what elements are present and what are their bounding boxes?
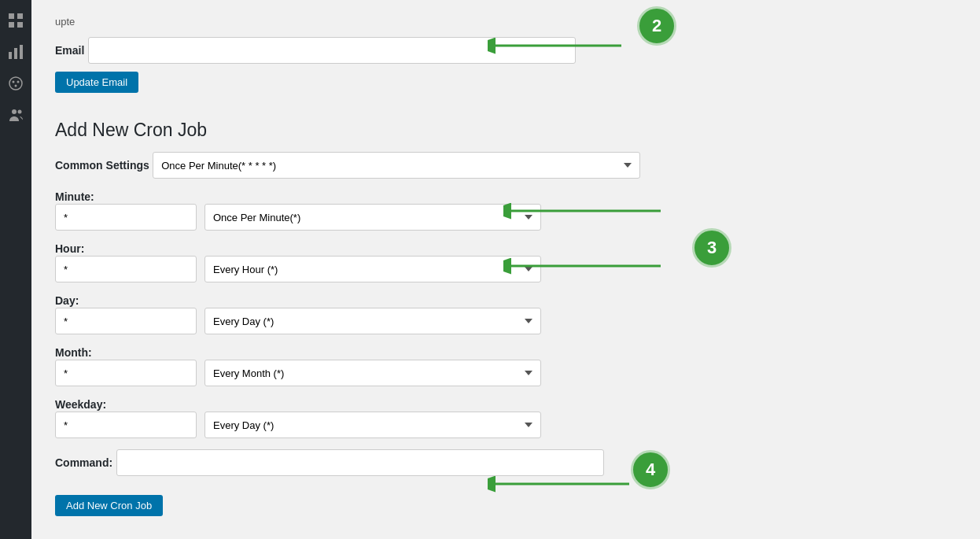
common-settings-group: Common Settings Once Per Minute(* * * * … [55,152,956,179]
day-label: Day: [55,294,79,307]
main-content: upte Email Update Email Add New Cron Job… [31,0,980,539]
month-group: Month: Every Month (*) January February … [55,345,956,386]
svg-rect-2 [9,22,14,28]
cron-title: Add New Cron Job [55,120,956,141]
email-label: Email [55,44,84,57]
sidebar-icon-users[interactable] [2,101,30,129]
minute-row: Once Per Minute(*) Every 2 Minutes(*/2) … [55,204,956,231]
sidebar-icon-palette[interactable] [2,69,30,98]
hour-input[interactable] [55,256,197,282]
svg-rect-5 [14,48,17,59]
breadcrumb: upte [55,16,956,28]
weekday-group: Weekday: Every Day (*) Sunday Monday Tue… [55,397,956,438]
weekday-input[interactable] [55,412,197,438]
hour-group: Hour: Every Hour (*) Every 2 Hours(*/2) … [55,242,956,282]
minute-input[interactable] [55,204,197,231]
weekday-select[interactable]: Every Day (*) Sunday Monday Tuesday [204,412,541,438]
svg-rect-1 [17,13,23,19]
month-input[interactable] [55,360,197,386]
hour-select[interactable]: Every Hour (*) Every 2 Hours(*/2) Every … [204,256,541,282]
command-group: Command: [55,449,956,476]
add-cron-job-button[interactable]: Add New Cron Job [55,495,163,516]
svg-point-12 [18,110,22,114]
email-input[interactable] [88,37,576,64]
update-email-button[interactable]: Update Email [55,72,138,93]
month-row: Every Month (*) January February March [55,360,956,386]
svg-point-7 [9,77,22,90]
day-group: Day: Every Day (*) 1st 2nd 15th [55,293,956,334]
svg-rect-4 [9,52,12,59]
minute-label: Minute: [55,190,94,203]
command-label: Command: [55,456,112,469]
svg-rect-6 [20,45,23,59]
weekday-row: Every Day (*) Sunday Monday Tuesday [55,412,956,438]
svg-rect-3 [17,22,23,28]
day-select[interactable]: Every Day (*) 1st 2nd 15th [204,308,541,334]
month-label: Month: [55,346,92,359]
email-section: Email Update Email [55,37,956,109]
minute-group: Minute: Once Per Minute(*) Every 2 Minut… [55,190,956,231]
day-input[interactable] [55,308,197,334]
command-input[interactable] [116,449,604,476]
common-settings-label: Common Settings [55,159,149,172]
hour-label: Hour: [55,242,84,255]
weekday-label: Weekday: [55,398,106,411]
svg-point-10 [15,85,17,87]
svg-rect-0 [9,13,14,19]
svg-point-8 [13,81,15,83]
svg-point-9 [17,81,20,83]
sidebar-icon-grid[interactable] [2,6,30,35]
day-row: Every Day (*) 1st 2nd 15th [55,308,956,334]
cron-job-section: Add New Cron Job Common Settings Once Pe… [55,120,956,532]
svg-point-11 [12,109,17,114]
sidebar-icon-chart[interactable] [2,38,30,66]
common-settings-select[interactable]: Once Per Minute(* * * * *) Every Hour (*… [153,152,640,179]
hour-row: Every Hour (*) Every 2 Hours(*/2) Every … [55,256,956,282]
sidebar [0,0,31,539]
minute-select[interactable]: Once Per Minute(*) Every 2 Minutes(*/2) … [204,204,541,231]
month-select[interactable]: Every Month (*) January February March [204,360,541,386]
